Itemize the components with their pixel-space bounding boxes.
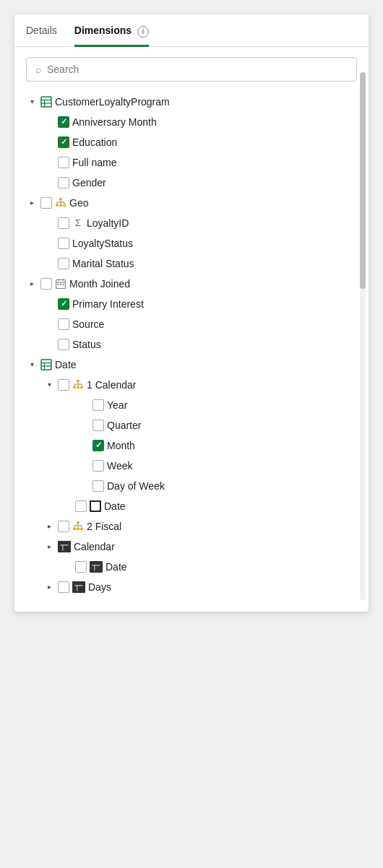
black-table-icon [58,541,71,552]
item-label: Day of Week [107,480,165,492]
item-label: Source [72,318,104,330]
checkbox-date-1[interactable] [75,500,87,512]
chevron-right-icon: ▸ [43,581,55,593]
group-date[interactable]: ▾ Date [14,355,369,375]
item-status[interactable]: Status [14,334,369,355]
svg-rect-4 [59,198,62,200]
checkbox-anniversary-month[interactable] [58,116,69,128]
checkbox-month[interactable] [92,440,104,451]
checkbox-gender[interactable] [58,177,69,188]
item-label: Days [88,581,111,593]
svg-rect-52 [74,583,82,591]
item-label: Quarter [107,420,141,431]
search-input[interactable] [47,64,348,75]
scrollbar-thumb[interactable] [360,72,366,289]
table-icon [40,96,52,108]
item-2-fiscal[interactable]: ▸ 2 Fiscal [14,516,369,537]
item-label: Year [107,399,127,411]
item-label: Geo [69,197,88,209]
svg-rect-39 [77,528,79,530]
item-date-2[interactable]: Date [14,557,369,577]
hierarchy-icon [72,521,84,532]
item-date-1[interactable]: Date [14,496,369,516]
chevron-down-icon: ▾ [43,379,55,391]
item-month[interactable]: Month [14,435,369,456]
black-table-icon [72,581,85,593]
hierarchy-icon [72,379,84,391]
item-label: Date [106,561,127,573]
chevron-right-icon: ▸ [43,521,55,532]
svg-rect-38 [73,528,76,530]
item-label: Month Joined [69,278,130,290]
item-day-of-week[interactable]: Day of Week [14,476,369,496]
checkbox-2-fiscal[interactable] [58,521,69,532]
svg-rect-24 [77,380,79,382]
item-label: Education [72,136,117,148]
checkbox-days[interactable] [58,581,69,593]
item-quarter[interactable]: Quarter [14,415,369,435]
checkbox-day-of-week[interactable] [92,480,104,492]
item-month-joined[interactable]: ▸ Month Joined [14,274,369,294]
svg-rect-19 [63,284,64,285]
item-week[interactable]: Week [14,456,369,476]
calendar-icon [55,278,66,290]
sigma-icon: Σ [72,217,84,228]
svg-rect-27 [80,386,83,389]
svg-rect-26 [77,386,79,389]
item-label: Week [107,460,133,472]
table-icon [40,359,52,370]
chevron-right-icon: ▸ [26,197,38,209]
group-label: CustomerLoyaltyProgram [55,96,170,108]
item-loyaltyid[interactable]: Σ LoyaltyID [14,213,369,233]
scrollbar-track[interactable] [360,72,366,600]
checkbox-year[interactable] [92,399,104,411]
item-loyaltystatus[interactable]: LoyaltyStatus [14,233,369,253]
item-label: 2 Fiscal [87,521,121,532]
checkbox-1-calendar[interactable] [58,379,69,391]
item-primary-interest[interactable]: Primary Interest [14,294,369,314]
checkbox-loyaltyid[interactable] [58,217,69,229]
item-label: Month [107,440,135,451]
search-icon: ⌕ [35,64,41,75]
checkbox-quarter[interactable] [92,420,104,431]
group-label: Date [55,359,77,370]
item-days[interactable]: ▸ Days [14,577,369,597]
item-education[interactable]: Education [14,132,369,152]
checkbox-source[interactable] [58,318,69,330]
checkbox-geo[interactable] [40,197,52,209]
svg-rect-40 [80,528,83,530]
item-geo[interactable]: ▸ Geo [14,193,369,213]
tab-dimensions[interactable]: Dimensions i [74,14,149,47]
checkbox-education[interactable] [58,136,69,148]
item-label: Marital Status [72,258,134,269]
group-customer-loyalty[interactable]: ▾ CustomerLoyaltyProgram [14,92,369,112]
item-label: Anniversary Month [72,116,157,128]
item-1-calendar[interactable]: ▾ 1 Calendar [14,375,369,395]
checkbox-date-2[interactable] [75,561,87,573]
checkbox-week[interactable] [92,460,104,472]
item-anniversary-month[interactable]: Anniversary Month [14,112,369,132]
checkbox-status[interactable] [58,339,69,350]
item-label: LoyaltyID [87,217,129,229]
tab-details[interactable]: Details [26,14,57,47]
item-gender[interactable]: Gender [14,173,369,193]
svg-rect-17 [57,284,59,285]
checkbox-full-name[interactable] [58,157,69,168]
svg-rect-49 [92,563,100,570]
item-year[interactable]: Year [14,395,369,415]
svg-rect-46 [60,542,68,550]
chevron-down-icon: ▾ [26,96,38,108]
checkbox-month-joined[interactable] [40,278,52,290]
item-source[interactable]: Source [14,314,369,334]
hierarchy-icon [55,197,66,209]
item-calendar[interactable]: ▸ Calendar [14,537,369,557]
checkbox-loyaltystatus[interactable] [58,238,69,249]
item-marital-status[interactable]: Marital Status [14,253,369,274]
checkbox-primary-interest[interactable] [58,298,69,310]
search-box[interactable]: ⌕ [26,57,357,82]
item-full-name[interactable]: Full name [14,152,369,173]
svg-rect-37 [77,521,79,524]
item-label: Status [72,339,101,350]
checkbox-marital-status[interactable] [58,258,69,269]
svg-rect-5 [56,204,59,207]
